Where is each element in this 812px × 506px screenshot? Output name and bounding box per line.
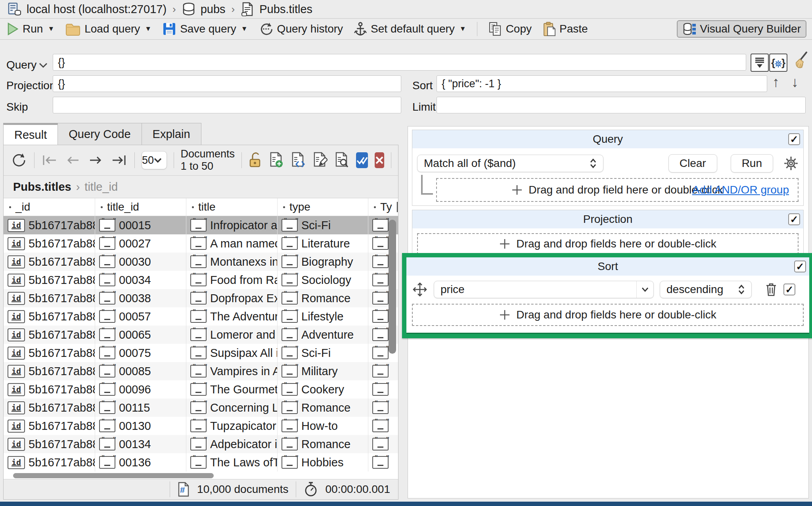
- cell-type[interactable]: Romance: [277, 399, 368, 417]
- column-header-type2[interactable]: Ty: [368, 198, 398, 216]
- table-row[interactable]: id5b16717ab88e1e 00038 Dopfropax Expla R…: [4, 289, 398, 307]
- table-row[interactable]: id5b16717ab88e1e 00085 Vampires in Adz M…: [4, 362, 398, 380]
- next-page-icon[interactable]: [88, 154, 103, 167]
- last-page-icon[interactable]: [110, 154, 128, 167]
- cell-title-id[interactable]: 00057: [95, 307, 186, 326]
- breadcrumb-database[interactable]: pubs: [201, 3, 226, 16]
- tab-query-code[interactable]: Query Code: [58, 123, 142, 145]
- discard-changes-button[interactable]: [375, 152, 384, 168]
- load-query-button[interactable]: Load query▼: [65, 22, 151, 36]
- cell-type2[interactable]: [368, 453, 398, 472]
- cell-title[interactable]: Concerning Lom: [186, 399, 277, 417]
- cell-title[interactable]: The Adventures: [186, 307, 277, 326]
- cell-type[interactable]: Hobbies: [277, 453, 368, 472]
- cell-title[interactable]: Tupzapicator in: [186, 417, 277, 435]
- cell-title-id[interactable]: 00034: [95, 271, 186, 289]
- table-row[interactable]: id5b16717ab88e1e 00115 Concerning Lom Ro…: [4, 399, 398, 417]
- vqb-sort-enabled-checkbox[interactable]: ✓: [794, 261, 806, 272]
- table-row[interactable]: id5b16717ab88e1e 00015 Infropicator and …: [4, 216, 398, 234]
- add-and-or-group-link[interactable]: Add AND/OR group: [692, 184, 789, 196]
- tab-explain[interactable]: Explain: [142, 123, 201, 145]
- cell-title[interactable]: Supsipax All in t: [186, 344, 277, 362]
- refresh-icon[interactable]: [11, 152, 27, 169]
- breadcrumb-collection[interactable]: Pubs.titles: [259, 3, 312, 16]
- cell-id[interactable]: id5b16717ab88e1e: [4, 435, 95, 453]
- page-size-select[interactable]: 50: [142, 151, 167, 169]
- clear-query-broom-icon[interactable]: [791, 51, 809, 71]
- save-query-button[interactable]: Save query▼: [162, 22, 247, 36]
- cell-id[interactable]: id5b16717ab88e1e: [4, 453, 95, 472]
- visual-query-builder-button[interactable]: Visual Query Builder: [677, 20, 806, 38]
- cell-title[interactable]: The Gourmet Gr: [186, 380, 277, 399]
- table-row[interactable]: id5b16717ab88e1e 00130 Tupzapicator in H…: [4, 417, 398, 435]
- query-gear-icon[interactable]: [783, 156, 799, 171]
- cell-type[interactable]: Romance: [277, 435, 368, 453]
- view-document-icon[interactable]: [334, 152, 349, 169]
- table-row[interactable]: id5b16717ab88e1e 00065 Lomeror and oth A…: [4, 326, 398, 344]
- cell-type[interactable]: Romance: [277, 289, 368, 307]
- cell-id[interactable]: id5b16717ab88e1e: [4, 326, 95, 344]
- projection-input[interactable]: {}: [53, 75, 401, 92]
- cell-id[interactable]: id5b16717ab88e1e: [4, 216, 95, 234]
- table-row[interactable]: id5b16717ab88e1e 00096 The Gourmet Gr Co…: [4, 380, 398, 399]
- cell-id[interactable]: id5b16717ab88e1e: [4, 253, 95, 271]
- query-dropzone[interactable]: Drag and drop field here or double-click…: [436, 178, 799, 202]
- column-header-title-id[interactable]: title_id: [95, 198, 186, 216]
- cell-type[interactable]: Sci-Fi: [277, 216, 368, 234]
- cell-id[interactable]: id5b16717ab88e1e: [4, 362, 95, 380]
- table-row[interactable]: id5b16717ab88e1e 00057 The Adventures Li…: [4, 307, 398, 326]
- previous-page-icon[interactable]: [65, 154, 81, 167]
- query-settings-icon[interactable]: { }: [769, 54, 787, 72]
- cell-title-id[interactable]: 00115: [95, 399, 186, 417]
- cell-id[interactable]: id5b16717ab88e1e: [4, 289, 95, 307]
- cell-title[interactable]: Montanexs in Ar: [186, 253, 277, 271]
- cell-type2[interactable]: [368, 362, 398, 380]
- cell-title-id[interactable]: 00136: [95, 453, 186, 472]
- sort-input[interactable]: { "price": -1 }: [437, 75, 767, 92]
- column-header-id[interactable]: _id: [4, 198, 95, 216]
- cell-type2[interactable]: [368, 380, 398, 399]
- cell-id[interactable]: id5b16717ab88e1e: [4, 344, 95, 362]
- copy-button[interactable]: Copy: [488, 21, 532, 36]
- breadcrumb-server[interactable]: local host (localhost:27017): [27, 3, 167, 16]
- cell-title[interactable]: Food from Rapju: [186, 271, 277, 289]
- cell-type[interactable]: Cookery: [277, 380, 368, 399]
- tab-result[interactable]: Result: [3, 123, 58, 145]
- query-history-button[interactable]: Query history: [259, 21, 343, 36]
- table-row[interactable]: id5b16717ab88e1e 00136 The Laws ofThe Ho…: [4, 453, 398, 472]
- paste-button[interactable]: Paste: [542, 21, 588, 36]
- document-json-icon[interactable]: [291, 152, 306, 169]
- table-row[interactable]: id5b16717ab88e1e 00075 Supsipax All in t…: [4, 344, 398, 362]
- cell-type[interactable]: Biography: [277, 253, 368, 271]
- vqb-projection-enabled-checkbox[interactable]: ✓: [788, 213, 800, 225]
- cell-id[interactable]: id5b16717ab88e1e: [4, 271, 95, 289]
- vertical-scrollbar[interactable]: [389, 220, 396, 354]
- vqb-query-enabled-checkbox[interactable]: ✓: [788, 133, 800, 145]
- table-breadcrumb-field[interactable]: title_id: [84, 180, 118, 194]
- cell-type[interactable]: Military: [277, 362, 368, 380]
- cell-title-id[interactable]: 00015: [95, 216, 186, 234]
- cell-title[interactable]: A man named Lo: [186, 234, 277, 253]
- cell-title[interactable]: The Laws ofThe: [186, 453, 277, 472]
- cell-title[interactable]: Vampires in Adz: [186, 362, 277, 380]
- apply-changes-button[interactable]: [356, 152, 368, 168]
- first-page-icon[interactable]: [41, 154, 58, 167]
- cell-type[interactable]: Lifestyle: [277, 307, 368, 326]
- sort-criterion-enabled-checkbox[interactable]: ✓: [783, 284, 795, 295]
- table-breadcrumb-collection[interactable]: Pubs.titles: [13, 180, 71, 194]
- cell-title-id[interactable]: 00027: [95, 234, 186, 253]
- cell-title-id[interactable]: 00075: [95, 344, 186, 362]
- limit-input[interactable]: [437, 97, 806, 113]
- horizontal-scrollbar[interactable]: [13, 473, 214, 478]
- cell-type[interactable]: Sociology: [277, 271, 368, 289]
- query-input[interactable]: {}: [53, 54, 746, 71]
- cell-title[interactable]: Adpebicator in A: [186, 435, 277, 453]
- query-options-icon[interactable]: [751, 54, 769, 72]
- cell-title-id[interactable]: 00085: [95, 362, 186, 380]
- cell-title-id[interactable]: 00038: [95, 289, 186, 307]
- cell-title-id[interactable]: 00134: [95, 435, 186, 453]
- cell-type[interactable]: Adventure: [277, 326, 368, 344]
- cell-type2[interactable]: [368, 417, 398, 435]
- column-header-title[interactable]: title: [186, 198, 277, 216]
- cell-title-id[interactable]: 00096: [95, 380, 186, 399]
